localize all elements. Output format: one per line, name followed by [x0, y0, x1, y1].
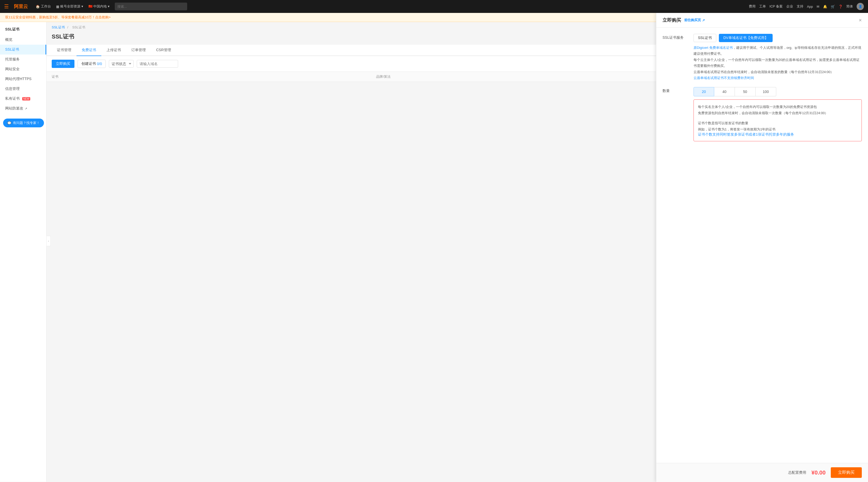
status-select[interactable]: 证书状态 已签发 审核中 已过期	[109, 60, 134, 68]
sidebar-collapse-button[interactable]: ‹	[46, 236, 51, 246]
breadcrumb-current: SSL证书	[72, 25, 85, 29]
top-nav: ☰ 阿里云 🏠 工作台 ▦ 账号全部资源 ▾ 🇨🇳 中国内地 ▾ 费用 工单 I…	[0, 0, 868, 13]
sidebar-item-proxy-https[interactable]: 网站代理HTTPS	[0, 74, 46, 84]
create-cert-button[interactable]: 创建证书 0/0	[78, 60, 106, 68]
nav-region[interactable]: 🇨🇳 中国内地 ▾	[88, 4, 110, 9]
sidebar-item-managed[interactable]: 托管服务	[0, 55, 46, 64]
nav-cost[interactable]: 费用	[749, 4, 755, 9]
dv-free-cert-button[interactable]: DV单域名证书【免费试用】	[719, 34, 772, 42]
external-link-icon: ↗	[702, 18, 705, 22]
qty-20-button[interactable]: 20	[693, 87, 714, 96]
quantity-info-box: 每个实名主体个人/企业，一个自然年内可以领取一次数量为20的免费证书资源包 免费…	[693, 99, 862, 141]
home-icon: 🏠	[36, 5, 40, 8]
sidebar-item-site-security[interactable]: 网站安全	[0, 64, 46, 74]
nav-enterprise[interactable]: 企业	[786, 4, 793, 9]
quantity-content: 20 40 50 100 每个实名主体个人/企业，一个自然年内可以领取一次数量为…	[693, 87, 862, 141]
service-description: 原Digicert 免费单域名证书，建议用于测试、个人试用等场景，org、ip等…	[693, 45, 862, 81]
qty-100-button[interactable]: 100	[755, 87, 776, 96]
new-badge: NEW	[22, 97, 30, 100]
digicert-link[interactable]: 原Digicert 免费单域名证书	[693, 46, 733, 50]
panel-close-button[interactable]: ×	[859, 18, 862, 23]
no-renew-link[interactable]: 云盾单域名试用证书不支持续费补齐时间	[693, 76, 754, 80]
sidebar-item-private-cert[interactable]: 私有证书 NEW	[0, 94, 46, 104]
qty-50-button[interactable]: 50	[735, 87, 755, 96]
quantity-selector: 20 40 50 100	[693, 87, 862, 96]
info-line5: 例如，证书个数为1，将签发一张有效期为1年的证书	[698, 126, 858, 132]
panel-body: SSL证书服务 SSL证书 DV单域名证书【免费试用】 原Digicert 免费…	[656, 28, 868, 463]
service-label: SSL证书服务	[662, 34, 693, 40]
info-line4: 证书个数是指可以签发证书的数量	[698, 120, 858, 126]
quantity-row: 数量 20 40 50 100 每个实名主体个人/企业，一个自然年内可以领取一次…	[662, 87, 862, 141]
logo: 阿里云	[14, 3, 28, 9]
tab-free-cert[interactable]: 免费证书	[76, 45, 101, 56]
info-line1: 每个实名主体个人/企业，一个自然年内可以领取一次数量为20的免费证书资源包	[698, 104, 858, 110]
breadcrumb-ssl-home[interactable]: SSL证书	[52, 25, 65, 29]
chat-icon: 💬	[7, 121, 11, 125]
qty-40-button[interactable]: 40	[714, 87, 735, 96]
right-icons: 费用 工单 ICP 备案 企业 支持 App ✉ 🔔 🛒 ❓ 简体 👤	[749, 3, 864, 10]
sidebar-item-info[interactable]: 信息管理	[0, 84, 46, 94]
nav-ticket[interactable]: 工单	[759, 4, 766, 9]
sidebar-item-overview[interactable]: 概览	[0, 35, 46, 45]
nav-resources[interactable]: ▦ 账号全部资源 ▾	[56, 4, 83, 9]
language-switch[interactable]: 简体	[846, 4, 853, 9]
tab-cert-management[interactable]: 证书管理	[52, 45, 76, 56]
service-buttons: SSL证书 DV单域名证书【免费试用】	[693, 34, 862, 42]
quantity-label: 数量	[662, 87, 693, 93]
service-content: SSL证书 DV单域名证书【免费试用】 原Digicert 免费单域名证书，建议…	[693, 34, 862, 81]
panel-buy-now-button[interactable]: 立即购买	[831, 467, 862, 478]
help-expert-button[interactable]: 💬 有问题？找专家！	[3, 119, 44, 127]
tab-order-management[interactable]: 订单管理	[126, 45, 151, 56]
multi-sign-link[interactable]: 证书个数支持同时签发多张证书或者1张证书托管多年的服务	[698, 132, 794, 136]
nav-workbench[interactable]: 🏠 工作台	[36, 4, 51, 9]
sidebar-item-tamper[interactable]: 网站防篡改 ↗	[0, 104, 46, 114]
info-line2: 免费资源包到自然年结束时，会自动清除未领取一次数量（每个自然年12月31日24:…	[698, 110, 858, 116]
purchase-panel: 立即购买 前往购买页 ↗ × SSL证书服务 SSL证书 DV单域名证书【免费试…	[656, 13, 868, 482]
total-label: 总配置费用	[788, 470, 806, 475]
service-type-row: SSL证书服务 SSL证书 DV单域名证书【免费试用】 原Digicert 免费…	[662, 34, 862, 81]
nav-icp[interactable]: ICP 备案	[770, 4, 783, 9]
tab-upload-cert[interactable]: 上传证书	[101, 45, 126, 56]
panel-title: 立即购买 前往购买页 ↗	[662, 17, 705, 23]
cart-icon[interactable]: 🛒	[831, 5, 835, 8]
search-input[interactable]	[115, 3, 187, 10]
sidebar-title: SSL证书	[0, 26, 46, 35]
mail-icon[interactable]: ✉	[816, 5, 819, 8]
panel-footer: 总配置费用 ¥0.00 立即购买	[656, 463, 868, 482]
tab-csr[interactable]: CSR管理	[151, 45, 176, 56]
sidebar: SSL证书 概览 SSL证书 托管服务 网站安全 网站代理HTTPS 信息管理 …	[0, 22, 46, 482]
help-icon[interactable]: ❓	[839, 5, 843, 8]
nav-app[interactable]: App	[807, 5, 813, 8]
nav-support[interactable]: 支持	[797, 4, 803, 9]
ssl-cert-button[interactable]: SSL证书	[693, 34, 716, 42]
cert-count: 0/0	[97, 62, 102, 66]
bell-icon[interactable]: 🔔	[823, 5, 827, 8]
goto-purchase-link[interactable]: 前往购买页 ↗	[684, 18, 705, 23]
external-link-icon: ↗	[25, 107, 27, 110]
col-cert: 证书	[52, 74, 376, 79]
desc-line2: 每个云主体个人/企业，一个自然年内可以领取一次数量为20的云盾单域名试用证书，如…	[693, 58, 860, 68]
buy-now-toolbar-button[interactable]: 立即购买	[52, 60, 74, 68]
avatar[interactable]: 👤	[857, 3, 864, 10]
desc-line3: 云盾单域名试用证书在自然年结束时，会自动清除未签发的数量（每个自然年12月31日…	[693, 70, 834, 74]
col-brand: 品牌/算法	[376, 74, 701, 79]
sidebar-item-ssl[interactable]: SSL证书	[0, 45, 46, 55]
total-price: ¥0.00	[811, 469, 826, 476]
desc-line1: 原Digicert 免费单域名证书，建议用于测试、个人试用等场景，org、ip等…	[693, 46, 861, 56]
panel-header: 立即购买 前往购买页 ↗ ×	[656, 13, 868, 28]
grid-icon: ▦	[56, 5, 59, 8]
menu-icon[interactable]: ☰	[4, 3, 9, 9]
domain-input[interactable]	[137, 60, 178, 68]
